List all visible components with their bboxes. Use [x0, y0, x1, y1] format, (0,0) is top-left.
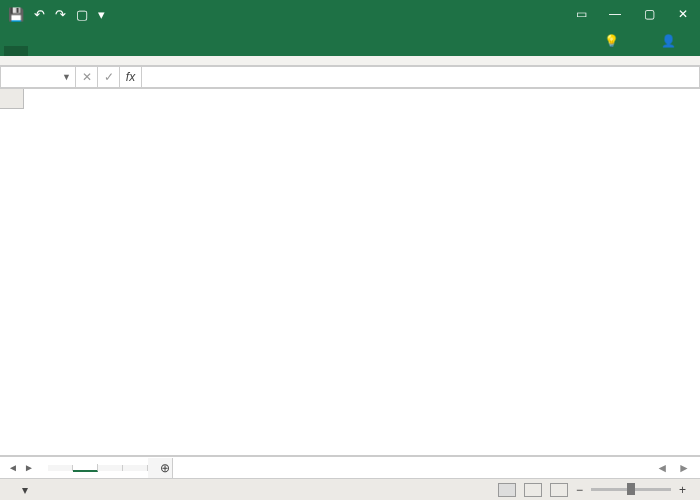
- undo-icon[interactable]: ↶: [34, 7, 45, 22]
- tab-next-icon[interactable]: ►: [24, 462, 34, 473]
- bulb-icon: 💡: [600, 30, 623, 52]
- formula-bar-buttons: ✕ ✓ fx: [76, 66, 142, 88]
- column-headers: [24, 89, 700, 109]
- sheet-tab-4[interactable]: [123, 465, 148, 471]
- tell-me[interactable]: 💡: [596, 26, 637, 56]
- share-button[interactable]: 👤: [657, 30, 690, 52]
- tab-nav: ◄ ►: [0, 462, 48, 473]
- maximize-icon[interactable]: ▢: [632, 0, 666, 28]
- fx-icon[interactable]: fx: [120, 66, 142, 88]
- redo-icon[interactable]: ↷: [55, 7, 66, 22]
- cancel-formula-icon[interactable]: ✕: [76, 66, 98, 88]
- sheet-tab-1[interactable]: [48, 465, 73, 471]
- sheet-tab-3[interactable]: [98, 465, 123, 471]
- accept-formula-icon[interactable]: ✓: [98, 66, 120, 88]
- tab-view[interactable]: [160, 46, 184, 56]
- tab-prev-icon[interactable]: ◄: [8, 462, 18, 473]
- quick-access: 💾 ↶ ↷ ▢ ▾: [0, 7, 113, 22]
- window-controls: ▭ — ▢ ✕: [564, 0, 700, 28]
- cells-grid[interactable]: [24, 89, 700, 455]
- formula-bar-row: ▼ ✕ ✓ fx: [0, 66, 700, 89]
- sheet-tab-active[interactable]: [73, 464, 98, 472]
- ribbon-right: 💡 👤: [596, 26, 696, 56]
- select-all-corner[interactable]: [0, 89, 24, 109]
- ribbon-collapsed: [0, 56, 700, 66]
- tab-review[interactable]: [134, 46, 158, 56]
- save-icon[interactable]: 💾: [8, 7, 24, 22]
- name-box[interactable]: ▼: [0, 66, 76, 88]
- new-sheet-button[interactable]: ⊕: [148, 458, 173, 478]
- view-normal-icon[interactable]: [498, 483, 516, 497]
- chevron-down-icon[interactable]: ▼: [62, 72, 71, 82]
- zoom-in-icon[interactable]: +: [679, 483, 686, 497]
- hscroll-right-icon[interactable]: ►: [678, 461, 690, 475]
- view-break-icon[interactable]: [550, 483, 568, 497]
- tab-dev[interactable]: [186, 46, 210, 56]
- tab-data[interactable]: [108, 46, 132, 56]
- sheet-tab-strip: ◄ ► ⊕ ◄ ►: [0, 456, 700, 478]
- zoom-out-icon[interactable]: −: [576, 483, 583, 497]
- tab-scroll: ◄ ►: [646, 461, 700, 475]
- view-layout-icon[interactable]: [524, 483, 542, 497]
- ribbon-toggle-icon[interactable]: ▭: [564, 0, 598, 28]
- tab-formula[interactable]: [82, 46, 106, 56]
- grid-area: [0, 89, 700, 456]
- title-bar: 💾 ↶ ↷ ▢ ▾ ▭ — ▢ ✕: [0, 0, 700, 28]
- formula-bar[interactable]: [142, 66, 700, 88]
- hscroll-left-icon[interactable]: ◄: [656, 461, 668, 475]
- new-icon[interactable]: ▢: [76, 7, 88, 22]
- status-right: − +: [498, 483, 694, 497]
- close-icon[interactable]: ✕: [666, 0, 700, 28]
- minimize-icon[interactable]: —: [598, 0, 632, 28]
- tab-home[interactable]: [30, 46, 54, 56]
- status-dropdown-icon[interactable]: ▾: [22, 483, 28, 497]
- tab-file[interactable]: [4, 46, 28, 56]
- tab-insert[interactable]: [212, 46, 236, 56]
- signin-button[interactable]: [643, 37, 651, 45]
- zoom-slider[interactable]: [591, 488, 671, 491]
- qa-more-icon[interactable]: ▾: [98, 7, 105, 22]
- row-headers: [0, 89, 24, 455]
- tab-layout[interactable]: [56, 46, 80, 56]
- ribbon-tabs: 💡 👤: [0, 28, 700, 56]
- status-bar: ▾ − +: [0, 478, 700, 500]
